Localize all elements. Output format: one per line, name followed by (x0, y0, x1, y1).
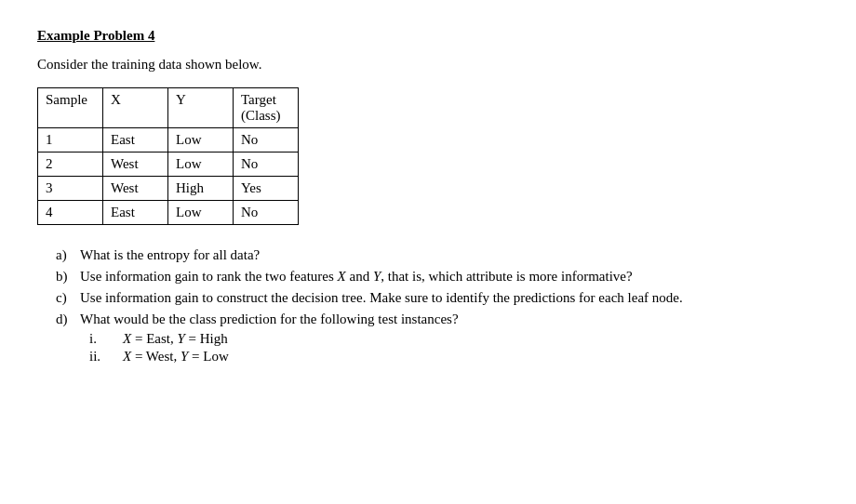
data-table: Sample X Y Target(Class) 1EastLowNo2West… (37, 87, 299, 225)
page-title: Example Problem 4 (37, 28, 819, 44)
header-target: Target(Class) (234, 88, 299, 128)
subitem-text-4-1: X = East, Y = High (123, 331, 228, 347)
question-subitems-4: i.X = East, Y = Highii.X = West, Y = Low (89, 331, 819, 365)
intro-text: Consider the training data shown below. (37, 57, 819, 73)
question-label-4: d) (56, 312, 80, 366)
table-cell: High (168, 177, 234, 201)
question-label-1: a) (56, 247, 80, 263)
table-cell: West (103, 153, 168, 177)
table-cell: 3 (38, 177, 103, 201)
table-cell: East (103, 201, 168, 225)
questions-section: a)What is the entropy for all data?b)Use… (56, 247, 819, 366)
subitem-label-4-2: ii. (89, 349, 123, 365)
question-2: b)Use information gain to rank the two f… (56, 269, 819, 285)
table-cell: East (103, 128, 168, 153)
table-cell: 1 (38, 128, 103, 153)
question-label-3: c) (56, 290, 80, 306)
question-4: d)What would be the class prediction for… (56, 312, 819, 366)
table-cell: Low (168, 153, 234, 177)
table-cell: Yes (234, 177, 299, 201)
table-cell: No (234, 201, 299, 225)
question-1: a)What is the entropy for all data? (56, 247, 819, 263)
header-y: Y (168, 88, 234, 128)
table-row: 2WestLowNo (38, 153, 299, 177)
subitem-label-4-1: i. (89, 331, 123, 347)
header-x: X (103, 88, 168, 128)
table-cell: No (234, 128, 299, 153)
subitem-4-2: ii.X = West, Y = Low (89, 349, 819, 365)
table-cell: Low (168, 128, 234, 153)
question-text-4: What would be the class prediction for t… (80, 312, 819, 366)
table-cell: 2 (38, 153, 103, 177)
question-text-1: What is the entropy for all data? (80, 247, 819, 263)
table-cell: West (103, 177, 168, 201)
question-text-3: Use information gain to construct the de… (80, 290, 819, 306)
table-row: 3WestHighYes (38, 177, 299, 201)
table-row: 1EastLowNo (38, 128, 299, 153)
question-label-2: b) (56, 269, 80, 285)
table-cell: Low (168, 201, 234, 225)
subitem-text-4-2: X = West, Y = Low (123, 349, 229, 365)
header-sample: Sample (38, 88, 103, 128)
subitem-4-1: i.X = East, Y = High (89, 331, 819, 347)
question-3: c)Use information gain to construct the … (56, 290, 819, 306)
table-cell: No (234, 153, 299, 177)
table-cell: 4 (38, 201, 103, 225)
table-header-row: Sample X Y Target(Class) (38, 88, 299, 128)
question-text-2: Use information gain to rank the two fea… (80, 269, 819, 285)
table-row: 4EastLowNo (38, 201, 299, 225)
